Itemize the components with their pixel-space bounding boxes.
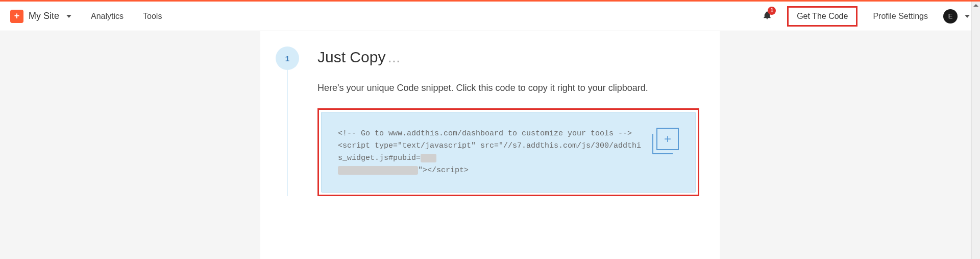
scrollbar[interactable]: [971, 2, 980, 259]
step-row: 1 Just Copy... Here's your unique Code s…: [276, 46, 699, 196]
user-menu[interactable]: E: [943, 9, 970, 23]
code-snippet-box[interactable]: <!-- Go to www.addthis.com/dashboard to …: [321, 112, 696, 193]
redacted-segment: xxxxxxxxxxxxxxxxx: [338, 166, 418, 175]
avatar: E: [943, 9, 958, 23]
header-left-group: + My Site Analytics Tools: [10, 10, 162, 23]
content-area: 1 Just Copy... Here's your unique Code s…: [0, 31, 980, 259]
step-connector-line: [287, 70, 288, 196]
chevron-down-icon: [66, 15, 71, 18]
site-name-label: My Site: [29, 11, 59, 21]
content-panel: 1 Just Copy... Here's your unique Code s…: [260, 31, 720, 259]
step-description: Here's your unique Code snippet. Click t…: [317, 80, 699, 96]
step-number-badge: 1: [276, 46, 299, 70]
copy-code-button[interactable]: +: [652, 128, 679, 154]
code-line-2c: "></script>: [418, 166, 469, 175]
step-title: Just Copy...: [317, 49, 699, 66]
code-snippet-text: <!-- Go to www.addthis.com/dashboard to …: [338, 128, 642, 177]
step-title-text: Just Copy: [317, 49, 385, 65]
code-line-1: <!-- Go to www.addthis.com/dashboard to …: [338, 129, 632, 138]
nav-tools[interactable]: Tools: [143, 12, 162, 21]
code-line-2a: <script type="text/javascript" src="//s7…: [338, 142, 641, 162]
notification-badge: 1: [768, 7, 776, 15]
redacted-segment: xxx: [421, 154, 436, 162]
site-selector[interactable]: + My Site: [10, 10, 71, 23]
copy-plus-icon: +: [656, 128, 679, 150]
main-header: + My Site Analytics Tools 1 Get The Code…: [0, 2, 980, 31]
get-the-code-button[interactable]: Get The Code: [787, 6, 857, 27]
step-title-ellipsis: ...: [387, 49, 400, 65]
profile-settings-link[interactable]: Profile Settings: [873, 12, 928, 21]
step-content: Just Copy... Here's your unique Code sni…: [317, 46, 699, 196]
logo-icon: +: [10, 10, 23, 23]
scrollbar-up-arrow-icon: [973, 4, 978, 7]
header-right-group: 1 Get The Code Profile Settings E: [763, 6, 970, 27]
code-box-highlight: <!-- Go to www.addthis.com/dashboard to …: [317, 108, 699, 196]
nav-analytics[interactable]: Analytics: [91, 12, 124, 21]
step-indicator-column: 1: [276, 46, 299, 196]
chevron-down-icon: [965, 15, 970, 18]
notifications-button[interactable]: 1: [763, 11, 772, 22]
